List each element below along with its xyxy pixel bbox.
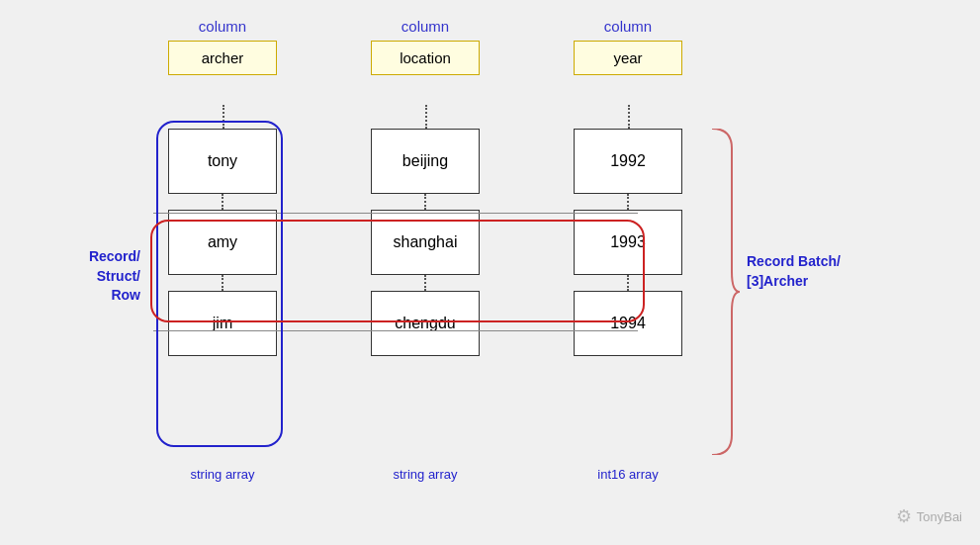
archer-cell-1: amy bbox=[168, 210, 277, 275]
left-side-label: Record/ Struct/ Row bbox=[51, 247, 140, 306]
dotted-location-top bbox=[425, 105, 427, 129]
watermark-text: TonyBai bbox=[917, 509, 962, 524]
col-archer-header-group: column archer bbox=[168, 18, 277, 75]
hline-2 bbox=[153, 330, 638, 331]
archer-cell-0: tony bbox=[168, 129, 277, 194]
archer-cell-2: jim bbox=[168, 291, 277, 356]
watermark-icon: ⚙ bbox=[896, 505, 912, 527]
location-cell-2: chengdu bbox=[371, 291, 480, 356]
watermark: ⚙ TonyBai bbox=[896, 505, 962, 527]
location-type-label: string array bbox=[371, 467, 480, 482]
year-cell-0: 1992 bbox=[574, 129, 682, 194]
col-location-header: location bbox=[371, 41, 480, 75]
col-location-label: column bbox=[401, 18, 449, 35]
hline-1 bbox=[153, 213, 638, 214]
col-year-label: column bbox=[604, 18, 652, 35]
location-cells: beijing shanghai chengdu bbox=[371, 129, 480, 356]
right-brace-svg bbox=[702, 129, 742, 455]
col-year-header: year bbox=[574, 41, 682, 75]
col-year-header-group: column year bbox=[574, 18, 682, 75]
col-location-header-group: column location bbox=[371, 18, 480, 75]
location-cell-0: beijing bbox=[371, 129, 480, 194]
dotted-archer-top bbox=[223, 105, 224, 129]
col-archer-label: column bbox=[199, 18, 246, 35]
right-side-label: Record Batch/ [3]Archer bbox=[747, 252, 905, 291]
year-cells: 1992 1993 1994 bbox=[574, 129, 682, 356]
year-type-label: int16 array bbox=[574, 467, 682, 482]
archer-cells: tony amy jim bbox=[168, 129, 277, 356]
dotted-year-top bbox=[628, 105, 630, 129]
location-cell-1: shanghai bbox=[371, 210, 480, 275]
archer-type-label: string array bbox=[168, 467, 277, 482]
diagram: column archer column location column yea… bbox=[0, 0, 980, 545]
year-cell-2: 1994 bbox=[574, 291, 682, 356]
year-cell-1: 1993 bbox=[574, 210, 682, 275]
col-archer-header: archer bbox=[168, 41, 277, 75]
